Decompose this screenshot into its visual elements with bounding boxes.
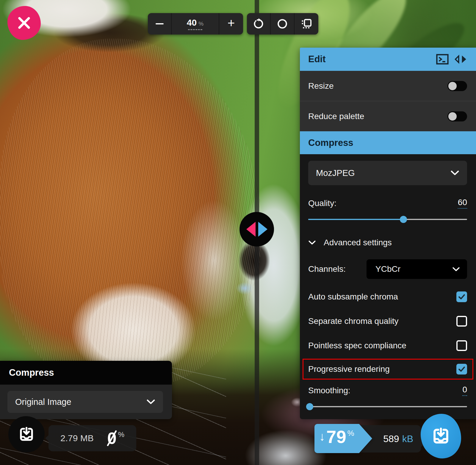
- zoom-level[interactable]: 40 %: [172, 13, 219, 35]
- savings-unit: %: [347, 429, 354, 438]
- resize-label: Resize: [308, 81, 334, 91]
- compress-settings: MozJPEG Quality: 60 Advanced settings: [300, 154, 476, 419]
- compress-section-header: Compress: [300, 131, 476, 154]
- bubble-notch: [45, 435, 48, 441]
- zoom-in-button[interactable]: +: [219, 13, 243, 35]
- zoom-unit: %: [198, 21, 203, 27]
- view-toolbar: [247, 13, 318, 35]
- background-toggle-button[interactable]: [271, 13, 295, 35]
- handle-right-arrow-icon: [258, 222, 267, 237]
- zoom-toolbar: 40 % +: [148, 13, 243, 35]
- quality-value[interactable]: 60: [458, 198, 467, 209]
- chevron-down-icon: [146, 399, 155, 405]
- separate-chroma-label: Separate chroma quality: [308, 316, 399, 326]
- quality-slider[interactable]: [308, 216, 467, 223]
- smoothing-slider-knob[interactable]: [306, 403, 313, 410]
- check-icon: [458, 365, 466, 373]
- auto-subsample-label: Auto subsample chroma: [308, 292, 398, 302]
- channels-select[interactable]: YCbCr: [367, 259, 467, 279]
- rotate-button[interactable]: [247, 13, 271, 35]
- result-size-unit: kB: [402, 433, 413, 444]
- badge-pointer: [359, 424, 372, 453]
- check-icon: [458, 293, 466, 301]
- close-x-icon: [16, 15, 32, 31]
- quality-slider-knob[interactable]: [400, 216, 407, 223]
- original-panel-title: Compress: [9, 367, 54, 378]
- channels-value: YCbCr: [375, 264, 400, 274]
- squoosh-app: 40 % +: [0, 0, 476, 465]
- progressive-rendering-highlight: Progressive rendering: [303, 359, 473, 380]
- smoothing-label: Smoothing:: [308, 386, 350, 395]
- savings-badge: ↓ 79 %: [314, 424, 372, 453]
- download-icon: [431, 427, 450, 446]
- advanced-settings-label: Advanced settings: [324, 238, 392, 247]
- fur-texture: [0, 39, 262, 387]
- smoothing-slider[interactable]: [308, 403, 467, 410]
- resize-row: Resize: [300, 71, 476, 101]
- codec-select[interactable]: MozJPEG: [308, 161, 467, 185]
- smoothing-value[interactable]: 0: [462, 385, 467, 396]
- codec-value: MozJPEG: [316, 168, 355, 178]
- plus-icon: +: [228, 17, 235, 29]
- auto-subsample-checkbox[interactable]: [456, 291, 467, 302]
- circle-icon: [276, 18, 288, 30]
- resize-toggle[interactable]: [447, 81, 467, 91]
- comparison-handle[interactable]: [239, 212, 274, 246]
- advanced-settings-toggle[interactable]: Advanced settings: [308, 238, 467, 247]
- edit-panel-header: Edit: [300, 48, 476, 71]
- toggle-knob: [448, 82, 457, 90]
- original-codec-value: Original Image: [15, 397, 71, 407]
- edit-panel: Edit Resize: [300, 48, 476, 419]
- zoom-value-underline: [188, 28, 202, 30]
- original-percent: 0: [107, 430, 117, 447]
- edit-code-button[interactable]: [436, 54, 449, 65]
- original-panel-header: Compress: [0, 361, 172, 385]
- pointless-spec-row: Pointless spec compliance: [308, 339, 467, 352]
- progressive-rendering-row: Progressive rendering: [308, 364, 467, 375]
- auto-subsample-row: Auto subsample chroma: [308, 290, 467, 303]
- compress-title: Compress: [308, 138, 353, 148]
- compare-view-icon: [300, 18, 312, 30]
- chevron-down-icon: [450, 170, 459, 176]
- reduce-palette-toggle[interactable]: [447, 111, 467, 121]
- original-panel-body: Original Image: [0, 385, 172, 419]
- rotate-icon: [253, 18, 264, 30]
- handle-left-arrow-icon: [246, 222, 256, 237]
- quality-row: Quality: 60: [308, 198, 467, 209]
- smoothing-row: Smoothing: 0: [308, 385, 467, 396]
- progressive-rendering-checkbox[interactable]: [456, 364, 467, 375]
- result-size: 589: [383, 433, 399, 444]
- chevron-down-icon: [452, 267, 460, 272]
- reduce-palette-row: Reduce palette: [300, 101, 476, 131]
- pointless-spec-checkbox[interactable]: [456, 340, 467, 351]
- original-size-bubble: 2.79 MB 0 %: [48, 425, 136, 451]
- savings-percent: 79: [326, 428, 346, 446]
- channels-row: Channels: YCbCr: [308, 259, 467, 279]
- quality-label: Quality:: [308, 199, 336, 208]
- chevron-down-icon: [308, 240, 316, 245]
- compare-panels-button[interactable]: [454, 54, 467, 65]
- progressive-rendering-label: Progressive rendering: [308, 364, 390, 374]
- original-percent-unit: %: [118, 430, 124, 439]
- edit-title: Edit: [308, 54, 326, 65]
- zoom-value: 40: [187, 18, 197, 28]
- pointless-spec-label: Pointless spec compliance: [308, 341, 406, 350]
- original-codec-select[interactable]: Original Image: [7, 391, 163, 413]
- compare-view-button[interactable]: [295, 13, 318, 35]
- down-arrow-icon: ↓: [319, 428, 325, 445]
- original-compress-panel: Compress Original Image: [0, 361, 172, 419]
- terminal-icon: [436, 54, 449, 65]
- reduce-palette-label: Reduce palette: [308, 112, 364, 121]
- quality-slider-fill: [308, 219, 403, 220]
- slider-track: [308, 406, 467, 407]
- channels-label: Channels:: [308, 264, 346, 274]
- original-size: 2.79 MB: [60, 433, 94, 443]
- edit-options: Resize Reduce palette: [300, 71, 476, 131]
- download-icon: [18, 426, 35, 443]
- zoom-out-button[interactable]: [148, 13, 172, 35]
- toggle-knob: [448, 112, 457, 121]
- separate-chroma-checkbox[interactable]: [456, 316, 467, 327]
- download-original-button[interactable]: [8, 416, 45, 452]
- compare-arrows-icon: [454, 54, 467, 65]
- separate-chroma-row: Separate chroma quality: [308, 315, 467, 328]
